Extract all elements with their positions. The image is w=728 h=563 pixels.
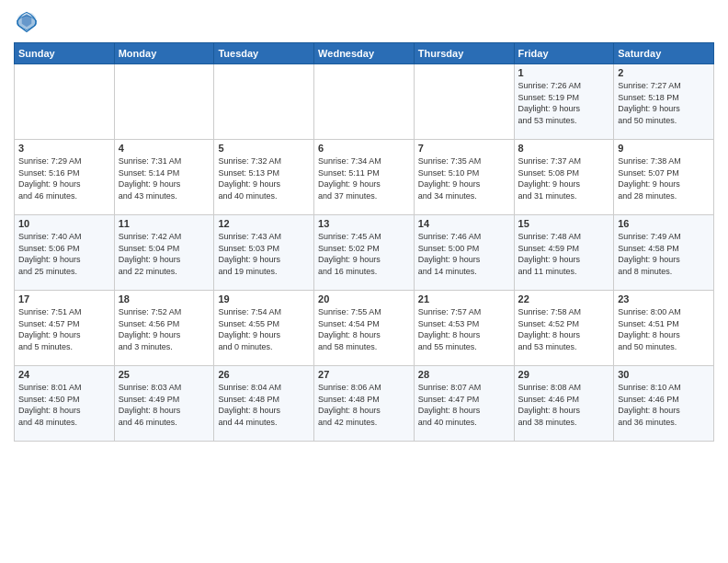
day-cell: 29Sunrise: 8:08 AM Sunset: 4:46 PM Dayli… (514, 366, 614, 442)
header (14, 9, 714, 35)
day-info: Sunrise: 7:35 AM Sunset: 5:10 PM Dayligh… (418, 155, 510, 201)
week-row-5: 24Sunrise: 8:01 AM Sunset: 4:50 PM Dayli… (15, 366, 714, 442)
day-cell (15, 64, 115, 140)
day-cell: 21Sunrise: 7:57 AM Sunset: 4:53 PM Dayli… (414, 291, 514, 366)
weekday-header-sunday: Sunday (15, 43, 115, 64)
day-cell: 9Sunrise: 7:38 AM Sunset: 5:07 PM Daylig… (614, 140, 714, 215)
day-cell: 30Sunrise: 8:10 AM Sunset: 4:46 PM Dayli… (614, 366, 714, 442)
day-number: 23 (618, 293, 710, 304)
day-cell (314, 64, 415, 140)
calendar: SundayMondayTuesdayWednesdayThursdayFrid… (14, 42, 714, 442)
day-info: Sunrise: 7:26 AM Sunset: 5:19 PM Dayligh… (518, 80, 610, 126)
day-number: 19 (218, 293, 310, 304)
day-info: Sunrise: 7:58 AM Sunset: 4:52 PM Dayligh… (518, 306, 610, 352)
week-row-3: 10Sunrise: 7:40 AM Sunset: 5:06 PM Dayli… (15, 215, 714, 291)
day-cell: 22Sunrise: 7:58 AM Sunset: 4:52 PM Dayli… (514, 291, 614, 366)
day-cell: 2Sunrise: 7:27 AM Sunset: 5:18 PM Daylig… (614, 64, 714, 140)
day-number: 3 (18, 143, 110, 154)
day-info: Sunrise: 7:34 AM Sunset: 5:11 PM Dayligh… (318, 155, 410, 201)
day-number: 16 (618, 218, 710, 229)
day-info: Sunrise: 7:43 AM Sunset: 5:03 PM Dayligh… (218, 231, 310, 277)
day-number: 9 (618, 143, 710, 154)
day-info: Sunrise: 7:40 AM Sunset: 5:06 PM Dayligh… (18, 231, 110, 277)
day-cell: 11Sunrise: 7:42 AM Sunset: 5:04 PM Dayli… (114, 215, 214, 291)
day-info: Sunrise: 7:55 AM Sunset: 4:54 PM Dayligh… (318, 306, 410, 352)
day-cell: 26Sunrise: 8:04 AM Sunset: 4:48 PM Dayli… (214, 366, 314, 442)
day-number: 28 (418, 369, 510, 380)
day-info: Sunrise: 8:03 AM Sunset: 4:49 PM Dayligh… (119, 382, 210, 428)
day-info: Sunrise: 7:52 AM Sunset: 4:56 PM Dayligh… (119, 306, 210, 352)
day-cell: 10Sunrise: 7:40 AM Sunset: 5:06 PM Dayli… (15, 215, 115, 291)
calendar-header: SundayMondayTuesdayWednesdayThursdayFrid… (15, 43, 714, 64)
day-info: Sunrise: 7:31 AM Sunset: 5:14 PM Dayligh… (119, 155, 210, 201)
day-info: Sunrise: 8:07 AM Sunset: 4:47 PM Dayligh… (418, 382, 510, 428)
day-cell (114, 64, 214, 140)
day-cell: 15Sunrise: 7:48 AM Sunset: 4:59 PM Dayli… (514, 215, 614, 291)
day-info: Sunrise: 7:49 AM Sunset: 4:58 PM Dayligh… (618, 231, 710, 277)
day-cell: 7Sunrise: 7:35 AM Sunset: 5:10 PM Daylig… (414, 140, 514, 215)
day-cell: 12Sunrise: 7:43 AM Sunset: 5:03 PM Dayli… (214, 215, 314, 291)
day-info: Sunrise: 7:54 AM Sunset: 4:55 PM Dayligh… (218, 306, 310, 352)
weekday-header-saturday: Saturday (614, 43, 714, 64)
day-number: 14 (418, 218, 510, 229)
day-number: 27 (318, 369, 410, 380)
day-cell: 13Sunrise: 7:45 AM Sunset: 5:02 PM Dayli… (314, 215, 415, 291)
day-number: 20 (318, 293, 410, 304)
logo (14, 9, 43, 35)
day-number: 8 (518, 143, 610, 154)
day-number: 22 (518, 293, 610, 304)
day-info: Sunrise: 7:57 AM Sunset: 4:53 PM Dayligh… (418, 306, 510, 352)
day-cell (214, 64, 314, 140)
day-cell: 19Sunrise: 7:54 AM Sunset: 4:55 PM Dayli… (214, 291, 314, 366)
day-info: Sunrise: 8:04 AM Sunset: 4:48 PM Dayligh… (218, 382, 310, 428)
day-cell: 17Sunrise: 7:51 AM Sunset: 4:57 PM Dayli… (15, 291, 115, 366)
day-cell: 16Sunrise: 7:49 AM Sunset: 4:58 PM Dayli… (614, 215, 714, 291)
day-number: 2 (618, 67, 710, 78)
calendar-body: 1Sunrise: 7:26 AM Sunset: 5:19 PM Daylig… (15, 64, 714, 442)
day-cell: 8Sunrise: 7:37 AM Sunset: 5:08 PM Daylig… (514, 140, 614, 215)
day-info: Sunrise: 7:29 AM Sunset: 5:16 PM Dayligh… (18, 155, 110, 201)
day-number: 5 (218, 143, 310, 154)
day-info: Sunrise: 8:00 AM Sunset: 4:51 PM Dayligh… (618, 306, 710, 352)
logo-icon (14, 9, 40, 35)
weekday-row: SundayMondayTuesdayWednesdayThursdayFrid… (15, 43, 714, 64)
weekday-header-wednesday: Wednesday (314, 43, 415, 64)
day-number: 15 (518, 218, 610, 229)
weekday-header-tuesday: Tuesday (214, 43, 314, 64)
day-number: 7 (418, 143, 510, 154)
day-cell: 1Sunrise: 7:26 AM Sunset: 5:19 PM Daylig… (514, 64, 614, 140)
day-cell: 14Sunrise: 7:46 AM Sunset: 5:00 PM Dayli… (414, 215, 514, 291)
weekday-header-friday: Friday (514, 43, 614, 64)
day-number: 30 (618, 369, 710, 380)
day-cell: 5Sunrise: 7:32 AM Sunset: 5:13 PM Daylig… (214, 140, 314, 215)
day-info: Sunrise: 7:46 AM Sunset: 5:00 PM Dayligh… (418, 231, 510, 277)
day-number: 13 (318, 218, 410, 229)
week-row-2: 3Sunrise: 7:29 AM Sunset: 5:16 PM Daylig… (15, 140, 714, 215)
day-info: Sunrise: 7:38 AM Sunset: 5:07 PM Dayligh… (618, 155, 710, 201)
day-number: 12 (218, 218, 310, 229)
weekday-header-monday: Monday (114, 43, 214, 64)
day-cell: 24Sunrise: 8:01 AM Sunset: 4:50 PM Dayli… (15, 366, 115, 442)
day-info: Sunrise: 7:32 AM Sunset: 5:13 PM Dayligh… (218, 155, 310, 201)
day-info: Sunrise: 7:45 AM Sunset: 5:02 PM Dayligh… (318, 231, 410, 277)
day-number: 21 (418, 293, 510, 304)
day-cell: 25Sunrise: 8:03 AM Sunset: 4:49 PM Dayli… (114, 366, 214, 442)
day-info: Sunrise: 7:37 AM Sunset: 5:08 PM Dayligh… (518, 155, 610, 201)
day-info: Sunrise: 7:27 AM Sunset: 5:18 PM Dayligh… (618, 80, 710, 126)
weekday-header-thursday: Thursday (414, 43, 514, 64)
day-cell: 18Sunrise: 7:52 AM Sunset: 4:56 PM Dayli… (114, 291, 214, 366)
day-cell: 28Sunrise: 8:07 AM Sunset: 4:47 PM Dayli… (414, 366, 514, 442)
day-info: Sunrise: 7:48 AM Sunset: 4:59 PM Dayligh… (518, 231, 610, 277)
day-info: Sunrise: 8:06 AM Sunset: 4:48 PM Dayligh… (318, 382, 410, 428)
day-number: 24 (18, 369, 110, 380)
day-info: Sunrise: 8:10 AM Sunset: 4:46 PM Dayligh… (618, 382, 710, 428)
day-info: Sunrise: 7:51 AM Sunset: 4:57 PM Dayligh… (18, 306, 110, 352)
day-cell: 23Sunrise: 8:00 AM Sunset: 4:51 PM Dayli… (614, 291, 714, 366)
day-number: 11 (119, 218, 210, 229)
week-row-4: 17Sunrise: 7:51 AM Sunset: 4:57 PM Dayli… (15, 291, 714, 366)
day-info: Sunrise: 8:01 AM Sunset: 4:50 PM Dayligh… (18, 382, 110, 428)
day-cell: 6Sunrise: 7:34 AM Sunset: 5:11 PM Daylig… (314, 140, 415, 215)
day-number: 29 (518, 369, 610, 380)
day-number: 10 (18, 218, 110, 229)
page: SundayMondayTuesdayWednesdayThursdayFrid… (0, 0, 728, 563)
